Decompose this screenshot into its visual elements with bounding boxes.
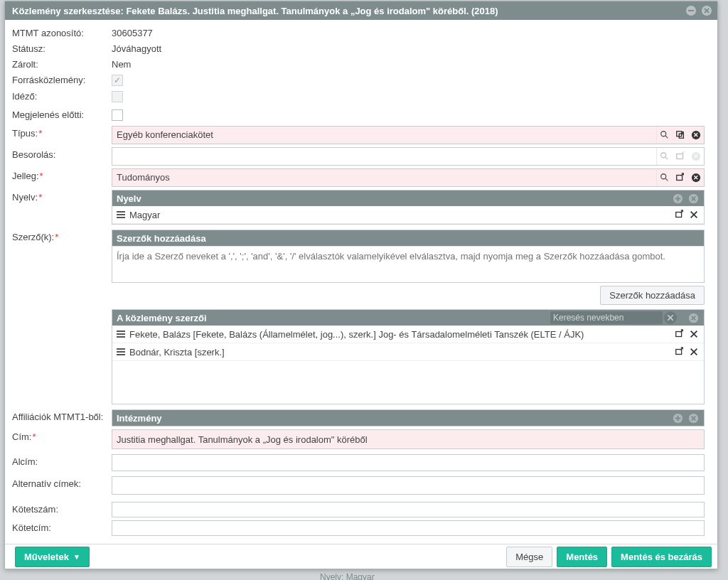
- citing-checkbox: [112, 91, 123, 102]
- dialog-title: Közlemény szerkesztése: Fekete Balázs. J…: [12, 6, 682, 16]
- prepub-checkbox[interactable]: [112, 109, 123, 121]
- svg-point-8: [661, 153, 666, 158]
- label-locked: Zárolt:: [12, 57, 112, 70]
- label-affiliations: Affiliációk MTMT1-ből:: [12, 409, 112, 422]
- volume-no-input[interactable]: [112, 502, 705, 517]
- source-pub-checkbox: ✓: [112, 75, 123, 86]
- edit-publication-dialog: Közlemény szerkesztése: Fekete Balázs. J…: [4, 1, 718, 569]
- value-locked: Nem: [112, 57, 705, 70]
- svg-rect-1: [688, 10, 694, 11]
- authors-add-header: Szerzők hozzáadása: [112, 230, 704, 246]
- author-item[interactable]: Bodnár, Kriszta [szerk.]: [112, 343, 704, 361]
- dialog-header[interactable]: Közlemény szerkesztése: Fekete Balázs. J…: [5, 1, 717, 20]
- dialog-footer: Műveletek ▼ Mégse Mentés Mentés és bezár…: [5, 544, 717, 569]
- language-add-icon[interactable]: [671, 192, 684, 205]
- language-item[interactable]: Magyar: [112, 206, 704, 224]
- label-language: Nyelv:: [12, 190, 112, 203]
- label-citing: Idéző:: [12, 89, 112, 102]
- character-lookup[interactable]: Tudományos ✕: [112, 168, 705, 187]
- svg-line-14: [665, 178, 668, 181]
- authors-panel-header: A közlemény szerzői: [112, 310, 704, 326]
- author-item-open-icon[interactable]: [673, 347, 687, 357]
- svg-rect-10: [677, 154, 683, 159]
- authors-add-panel: Szerzők hozzáadása: [112, 230, 705, 283]
- label-volume-no: Kötetszám:: [12, 502, 112, 515]
- type-clear-icon[interactable]: ✕: [688, 127, 704, 144]
- svg-rect-22: [676, 332, 682, 337]
- save-button[interactable]: Mentés: [557, 547, 607, 567]
- classification-clear-icon: ✕: [688, 148, 704, 165]
- institution-add-icon[interactable]: [671, 412, 684, 424]
- subtitle-input[interactable]: [112, 454, 705, 471]
- institution-remove-icon[interactable]: [687, 412, 700, 424]
- author-item[interactable]: Fekete, Balázs [Fekete, Balázs (Államelm…: [112, 326, 704, 343]
- institution-panel: Intézmény: [112, 409, 705, 426]
- authors-add-button[interactable]: Szerzők hozzáadása: [600, 286, 705, 305]
- dialog-body: MTMT azonosító: 30605377 Státusz: Jóváha…: [5, 20, 717, 544]
- svg-line-4: [665, 136, 668, 139]
- volume-title-input[interactable]: [112, 520, 705, 536]
- label-type: Típus:: [12, 126, 112, 139]
- label-authors: Szerző(k):: [12, 230, 112, 242]
- label-mtmt-id: MTMT azonosító:: [12, 26, 112, 38]
- svg-point-13: [661, 174, 666, 179]
- value-mtmt-id: 30605377: [112, 26, 705, 38]
- character-clear-icon[interactable]: ✕: [688, 169, 704, 186]
- author-item-text: Fekete, Balázs [Fekete, Balázs (Államelm…: [127, 329, 673, 340]
- save-close-button[interactable]: Mentés és bezárás: [611, 547, 712, 567]
- classification-value: [112, 148, 656, 165]
- label-character: Jelleg:: [12, 168, 112, 181]
- svg-rect-23: [676, 350, 682, 355]
- author-item-text: Bodnár, Kriszta [szerk.]: [127, 347, 673, 358]
- authors-add-title: Szerzők hozzáadása: [117, 233, 700, 244]
- author-item-open-icon[interactable]: [673, 329, 687, 339]
- institution-panel-title: Intézmény: [117, 413, 668, 424]
- cancel-button[interactable]: Mégse: [506, 547, 552, 567]
- type-value: Egyéb konferenciakötet: [112, 127, 656, 144]
- language-panel-title: Nyelv: [117, 193, 668, 204]
- value-status: Jóváhagyott: [112, 41, 705, 54]
- classification-lookup: ✕: [112, 147, 705, 166]
- operations-label: Műveletek: [24, 552, 69, 562]
- svg-text:✕: ✕: [693, 174, 699, 181]
- label-status: Státusz:: [12, 41, 112, 54]
- minimize-icon[interactable]: [685, 4, 697, 17]
- authors-search-input[interactable]: [550, 311, 663, 324]
- label-alt-titles: Alternatív címek:: [12, 476, 112, 489]
- type-open-icon[interactable]: [673, 127, 688, 144]
- background-text: Nyelv: Magyar: [320, 572, 375, 580]
- label-subtitle: Alcím:: [12, 454, 112, 467]
- language-panel: Nyelv Magyar: [112, 190, 705, 225]
- classification-search-icon: [656, 148, 673, 165]
- svg-text:✕: ✕: [693, 153, 699, 160]
- drag-handle-icon[interactable]: [115, 211, 127, 218]
- language-item-delete-icon[interactable]: [687, 210, 701, 220]
- label-source-pub: Forrásközlemény:: [12, 72, 112, 85]
- author-item-delete-icon[interactable]: [687, 329, 701, 339]
- svg-text:✕: ✕: [693, 131, 699, 139]
- drag-handle-icon[interactable]: [115, 331, 127, 338]
- author-item-delete-icon[interactable]: [687, 347, 701, 357]
- language-remove-icon[interactable]: [687, 192, 700, 205]
- character-open-icon[interactable]: [673, 169, 688, 186]
- close-icon[interactable]: [700, 4, 713, 17]
- type-lookup[interactable]: Egyéb konferenciakötet ✕: [112, 126, 705, 144]
- label-title-field: Cím:: [12, 429, 112, 442]
- authors-add-textarea[interactable]: [112, 246, 704, 280]
- operations-button[interactable]: Műveletek ▼: [15, 547, 90, 567]
- language-item-open-icon[interactable]: [673, 210, 687, 220]
- authors-panel-title: A közlemény szerzői: [117, 313, 550, 323]
- label-prepub: Megjelenés előtti:: [12, 107, 112, 120]
- alt-titles-input[interactable]: [112, 476, 705, 495]
- authors-search-clear-icon[interactable]: [664, 311, 677, 324]
- authors-panel: A közlemény szerzői Fekete, Balázs [Feke…: [112, 309, 705, 404]
- type-search-icon[interactable]: [656, 127, 673, 144]
- classification-open-icon: [673, 148, 688, 165]
- svg-point-3: [661, 131, 666, 136]
- drag-handle-icon[interactable]: [115, 348, 127, 355]
- character-search-icon[interactable]: [656, 169, 673, 186]
- title-input[interactable]: [112, 429, 705, 449]
- language-item-text: Magyar: [127, 210, 673, 220]
- chevron-down-icon: ▼: [73, 553, 80, 561]
- authors-remove-icon[interactable]: [687, 311, 700, 324]
